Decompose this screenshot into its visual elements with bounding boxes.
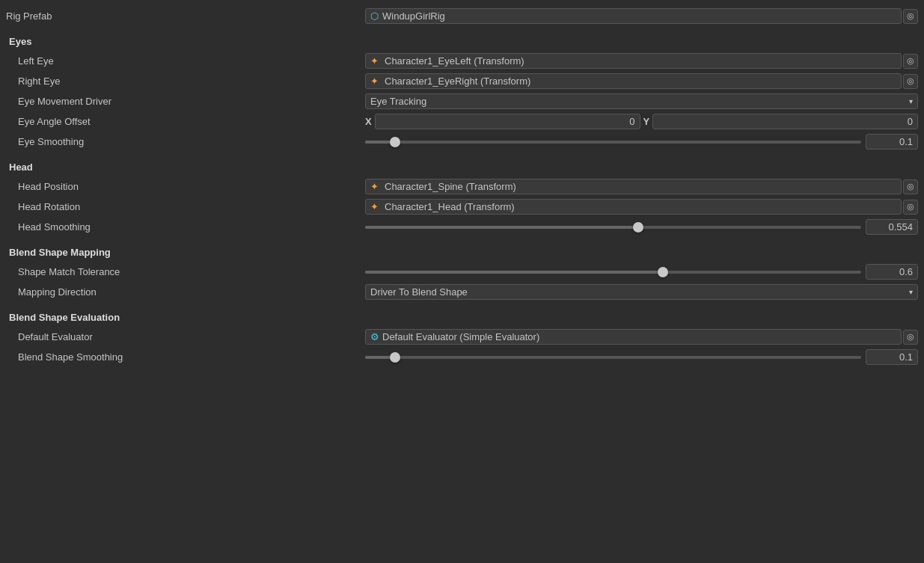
default-evaluator-row: Default Evaluator ⚙ Default Evaluator (S… (0, 327, 924, 347)
eye-angle-vector-field: X Y (365, 114, 918, 129)
head-rotation-pick-button[interactable]: ◎ (903, 200, 918, 215)
head-rotation-label: Head Rotation (6, 201, 365, 212)
eye-smoothing-value: 0.1 (365, 134, 918, 150)
default-evaluator-field-text: Default Evaluator (Simple Evaluator) (382, 331, 539, 342)
rig-prefab-row: Rig Prefab ⬡ WindupGirlRig ◎ (0, 6, 924, 26)
default-evaluator-gear-icon: ⚙ (370, 331, 379, 342)
head-smoothing-fill (365, 226, 638, 229)
right-eye-field-wrapper: ✦ Character1_EyeRight (Transform) ◎ (365, 73, 918, 89)
eye-smoothing-thumb[interactable] (390, 137, 400, 147)
eye-movement-driver-value: Eye Tracking ▾ (365, 93, 918, 109)
default-evaluator-value: ⚙ Default Evaluator (Simple Evaluator) ◎ (365, 329, 918, 345)
head-rotation-transform-icon: ✦ (370, 202, 381, 212)
shape-match-tolerance-track[interactable] (365, 271, 861, 274)
head-smoothing-slider-container: 0.554 (365, 219, 918, 235)
shape-match-tolerance-slider-container: 0.6 (365, 264, 918, 280)
rig-prefab-field-wrapper: ⬡ WindupGirlRig ◎ (365, 8, 918, 24)
blend-shape-smoothing-thumb[interactable] (390, 352, 400, 363)
left-eye-field[interactable]: ✦ Character1_EyeLeft (Transform) (365, 53, 902, 69)
right-eye-value: ✦ Character1_EyeRight (Transform) ◎ (365, 73, 918, 89)
eye-smoothing-track[interactable] (365, 141, 861, 144)
blend-shape-smoothing-label: Blend Shape Smoothing (6, 351, 365, 363)
blend-shape-smoothing-row: Blend Shape Smoothing 0.1 (0, 347, 924, 367)
left-eye-field-text: Character1_EyeLeft (Transform) (385, 55, 524, 67)
default-evaluator-pick-button[interactable]: ◎ (903, 330, 918, 345)
blend-shape-mapping-header: Blend Shape Mapping (6, 242, 365, 259)
rig-prefab-cube-icon: ⬡ (370, 10, 379, 22)
right-eye-field[interactable]: ✦ Character1_EyeRight (Transform) (365, 73, 902, 89)
shape-match-tolerance-fill (365, 271, 663, 274)
eye-angle-x-input[interactable] (375, 114, 640, 129)
head-smoothing-track[interactable] (365, 226, 861, 229)
shape-match-tolerance-value-input[interactable]: 0.6 (866, 264, 918, 280)
eye-smoothing-value-input[interactable]: 0.1 (866, 134, 918, 150)
default-evaluator-field[interactable]: ⚙ Default Evaluator (Simple Evaluator) (365, 329, 902, 345)
blend-shape-smoothing-value: 0.1 (365, 349, 918, 365)
head-position-value: ✦ Character1_Spine (Transform) ◎ (365, 179, 918, 194)
left-eye-label: Left Eye (6, 55, 365, 67)
head-section-header-row: Head (0, 155, 924, 176)
eye-movement-driver-dropdown[interactable]: Eye Tracking ▾ (365, 93, 918, 109)
left-eye-pick-button[interactable]: ◎ (903, 54, 918, 69)
head-rotation-field[interactable]: ✦ Character1_Head (Transform) (365, 199, 902, 215)
shape-match-tolerance-thumb[interactable] (658, 267, 668, 277)
head-position-field-text: Character1_Spine (Transform) (385, 181, 516, 192)
head-position-field[interactable]: ✦ Character1_Spine (Transform) (365, 179, 902, 194)
mapping-direction-row: Mapping Direction Driver To Blend Shape … (0, 282, 924, 302)
shape-match-tolerance-row: Shape Match Tolerance 0.6 (0, 262, 924, 282)
right-eye-label: Right Eye (6, 76, 365, 87)
rig-prefab-field-text: WindupGirlRig (382, 10, 445, 22)
head-rotation-field-text: Character1_Head (Transform) (385, 201, 515, 212)
blend-shape-evaluation-header-row: Blend Shape Evaluation (0, 305, 924, 327)
head-smoothing-value: 0.554 (365, 219, 918, 235)
left-eye-transform-icon: ✦ (370, 56, 381, 67)
eye-smoothing-label: Eye Smoothing (6, 136, 365, 147)
mapping-direction-value: Driver To Blend Shape ▾ (365, 284, 918, 300)
rig-prefab-pick-button[interactable]: ◎ (903, 9, 918, 24)
eye-angle-y-input[interactable] (652, 114, 918, 129)
eye-movement-driver-row: Eye Movement Driver Eye Tracking ▾ (0, 91, 924, 111)
blend-shape-mapping-header-row: Blend Shape Mapping (0, 240, 924, 262)
right-eye-pick-button[interactable]: ◎ (903, 74, 918, 89)
head-position-label: Head Position (6, 181, 365, 192)
rig-prefab-field[interactable]: ⬡ WindupGirlRig (365, 8, 902, 24)
default-evaluator-field-wrapper: ⚙ Default Evaluator (Simple Evaluator) ◎ (365, 329, 918, 345)
mapping-direction-label: Mapping Direction (6, 286, 365, 298)
left-eye-value: ✦ Character1_EyeLeft (Transform) ◎ (365, 53, 918, 69)
blend-shape-smoothing-value-input[interactable]: 0.1 (866, 349, 918, 365)
left-eye-row: Left Eye ✦ Character1_EyeLeft (Transform… (0, 51, 924, 71)
eye-angle-y-label: Y (643, 116, 650, 127)
head-rotation-value: ✦ Character1_Head (Transform) ◎ (365, 199, 918, 215)
eye-movement-driver-text: Eye Tracking (370, 96, 426, 107)
shape-match-tolerance-value: 0.6 (365, 264, 918, 280)
eye-angle-offset-row: Eye Angle Offset X Y (0, 111, 924, 132)
head-smoothing-value-input[interactable]: 0.554 (866, 219, 918, 235)
inspector-panel: Rig Prefab ⬡ WindupGirlRig ◎ Eyes Left E… (0, 0, 924, 373)
head-position-transform-icon: ✦ (370, 182, 381, 192)
eye-movement-driver-arrow: ▾ (909, 97, 913, 105)
head-position-pick-button[interactable]: ◎ (903, 179, 918, 194)
blend-shape-evaluation-header: Blend Shape Evaluation (6, 307, 365, 324)
mapping-direction-dropdown[interactable]: Driver To Blend Shape ▾ (365, 284, 918, 300)
eye-movement-driver-label: Eye Movement Driver (6, 96, 365, 107)
eyes-section-header: Eyes (6, 31, 365, 49)
eye-smoothing-row: Eye Smoothing 0.1 (0, 132, 924, 152)
head-position-row: Head Position ✦ Character1_Spine (Transf… (0, 176, 924, 197)
rig-prefab-label: Rig Prefab (6, 10, 365, 22)
eye-angle-x-label: X (365, 116, 372, 127)
head-position-field-wrapper: ✦ Character1_Spine (Transform) ◎ (365, 179, 918, 194)
mapping-direction-text: Driver To Blend Shape (370, 286, 468, 298)
head-smoothing-label: Head Smoothing (6, 221, 365, 233)
right-eye-field-text: Character1_EyeRight (Transform) (385, 76, 530, 87)
blend-shape-smoothing-slider-container: 0.1 (365, 349, 918, 365)
head-smoothing-row: Head Smoothing 0.554 (0, 217, 924, 237)
head-smoothing-thumb[interactable] (633, 222, 643, 233)
head-rotation-row: Head Rotation ✦ Character1_Head (Transfo… (0, 197, 924, 217)
mapping-direction-arrow: ▾ (909, 288, 913, 296)
rig-prefab-value: ⬡ WindupGirlRig ◎ (365, 8, 918, 24)
shape-match-tolerance-label: Shape Match Tolerance (6, 266, 365, 277)
eye-smoothing-slider-container: 0.1 (365, 134, 918, 150)
eye-angle-offset-value: X Y (365, 114, 918, 129)
eyes-section-header-row: Eyes (0, 29, 924, 51)
blend-shape-smoothing-track[interactable] (365, 356, 861, 359)
